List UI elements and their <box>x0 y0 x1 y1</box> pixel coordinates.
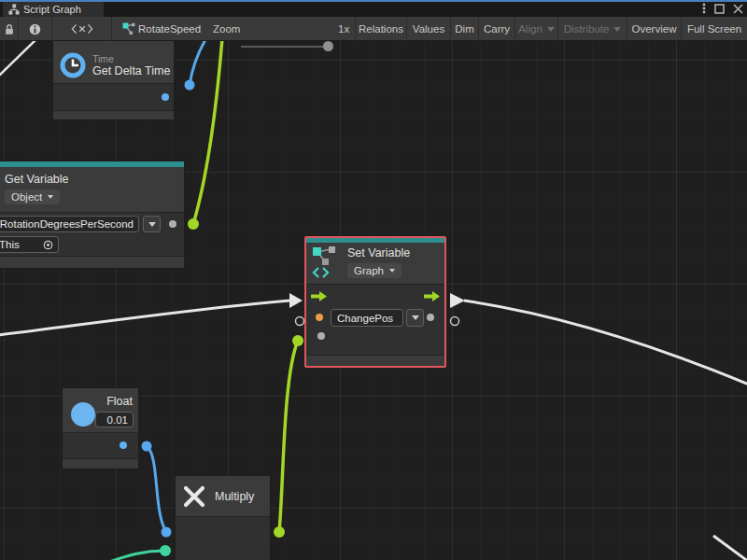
node-title: Get Variable <box>5 173 69 186</box>
variable-kind-dropdown[interactable]: Graph <box>347 263 402 278</box>
chevron-down-icon <box>412 315 419 320</box>
chevron-down-icon <box>389 269 395 273</box>
node-set-variable[interactable]: Set Variable Graph ChangePos <box>304 236 446 368</box>
chevron-down-icon <box>48 195 53 199</box>
node-title: Get Delta Time <box>92 64 170 77</box>
flow-input-port[interactable] <box>311 291 327 301</box>
node-title: Set Variable <box>347 246 410 259</box>
lock-button[interactable] <box>0 17 19 41</box>
wire-endpoint <box>188 218 199 230</box>
values-button[interactable]: Values <box>407 17 451 41</box>
flow-wire-bottom-right <box>713 536 747 560</box>
value-input-port[interactable] <box>317 332 325 340</box>
code-icon <box>71 22 93 35</box>
set-variable-output-port[interactable] <box>427 314 434 321</box>
zoom-value: 1x <box>338 23 349 35</box>
variable-name-field[interactable]: ChangePos <box>331 309 403 327</box>
variable-kind-dropdown[interactable]: Object <box>5 189 60 204</box>
window-maximize-icon[interactable] <box>714 4 725 14</box>
node-multiply[interactable]: Multiply A A × B B <box>175 475 271 560</box>
value-wire-delta-time <box>190 41 206 85</box>
window-close-icon[interactable] <box>733 4 743 14</box>
dim-button[interactable]: Dim <box>451 17 479 41</box>
node-footer <box>0 256 184 268</box>
value-wire-multiply-b <box>105 551 165 560</box>
graph-name-label: RotateSpeed <box>138 23 201 35</box>
zoom-slider-track[interactable] <box>241 46 331 48</box>
float-output-port[interactable] <box>120 441 127 449</box>
node-float[interactable]: Float 0.01 <box>62 387 139 469</box>
wire-endpoint <box>142 441 152 452</box>
wire-endpoint <box>162 527 172 538</box>
code-preview-button[interactable] <box>52 17 112 41</box>
node-footer <box>53 110 174 119</box>
variable-name-field[interactable]: RotationDegreesPerSecond <box>0 216 139 232</box>
flow-output-port[interactable] <box>424 291 440 301</box>
graph-canvas[interactable]: Time Get Delta Time Get Variable Object <box>0 41 747 560</box>
window-menu-icon[interactable] <box>702 2 706 15</box>
wire-endpoint <box>160 545 171 556</box>
graph-asset-icon <box>122 22 135 35</box>
set-variable-icon <box>311 245 341 279</box>
variable-name-dropdown[interactable] <box>406 309 424 327</box>
node-footer <box>63 458 138 469</box>
node-footer <box>306 355 444 366</box>
graph-tab-icon <box>8 4 20 15</box>
relations-button[interactable]: Relations <box>355 17 407 41</box>
value-wire-float-multiply <box>147 446 166 532</box>
align-button: Align <box>515 17 558 41</box>
node-category: Time <box>92 53 114 64</box>
node-title: Multiply <box>215 490 254 503</box>
float-icon <box>71 402 95 427</box>
flow-wire-left <box>0 301 290 335</box>
flow-wire-right <box>464 301 747 385</box>
flow-wire-top-left <box>0 41 37 77</box>
overview-button[interactable]: Overview <box>627 17 682 41</box>
wire-endpoint <box>292 335 303 346</box>
node-title: Float <box>106 395 133 408</box>
tab-title: Script Graph <box>23 4 81 15</box>
value-wire-multiply-setvar <box>279 341 298 532</box>
info-icon <box>29 23 41 35</box>
zoom-label: Zoom <box>213 23 240 35</box>
full-screen-button[interactable]: Full Screen <box>682 17 747 41</box>
clock-icon <box>59 51 87 79</box>
value-wire-get-variable <box>193 41 222 224</box>
tab-bar: Script Graph <box>0 0 747 17</box>
variable-name-input-port[interactable] <box>316 314 323 321</box>
variable-target-field[interactable]: This <box>0 236 59 253</box>
wire-endpoint <box>185 80 195 91</box>
empty-terminal-left <box>296 317 304 326</box>
get-variable-output-port[interactable] <box>169 220 176 228</box>
flow-arrowhead-right <box>450 293 465 308</box>
empty-terminal-right <box>451 317 459 326</box>
graph-toolbar: RotateSpeed Zoom 1x Relations Values Dim… <box>0 17 747 41</box>
object-picker-icon <box>43 240 53 250</box>
chevron-down-icon <box>613 27 621 32</box>
inspect-button[interactable] <box>19 17 52 41</box>
script-graph-window: Script Graph <box>0 0 747 560</box>
flow-arrowhead-left <box>289 293 303 308</box>
carry-button[interactable]: Carry <box>479 17 515 41</box>
distribute-button: Distribute <box>558 17 627 41</box>
variable-name-dropdown[interactable] <box>143 216 161 232</box>
window-focus-accent <box>0 0 747 2</box>
float-value-field[interactable]: 0.01 <box>95 412 134 427</box>
chevron-down-icon <box>547 27 555 32</box>
lock-icon <box>4 23 15 35</box>
tab-script-graph[interactable]: Script Graph <box>3 2 104 17</box>
node-get-variable[interactable]: Get Variable Object RotationDegreesPerSe… <box>0 161 185 269</box>
chevron-down-icon <box>148 222 156 227</box>
delta-time-output-port[interactable] <box>162 93 169 101</box>
zoom-slider-handle[interactable] <box>323 41 333 51</box>
node-get-delta-time[interactable]: Time Get Delta Time <box>52 41 175 120</box>
wire-endpoint <box>274 526 285 538</box>
multiply-icon <box>182 484 206 509</box>
